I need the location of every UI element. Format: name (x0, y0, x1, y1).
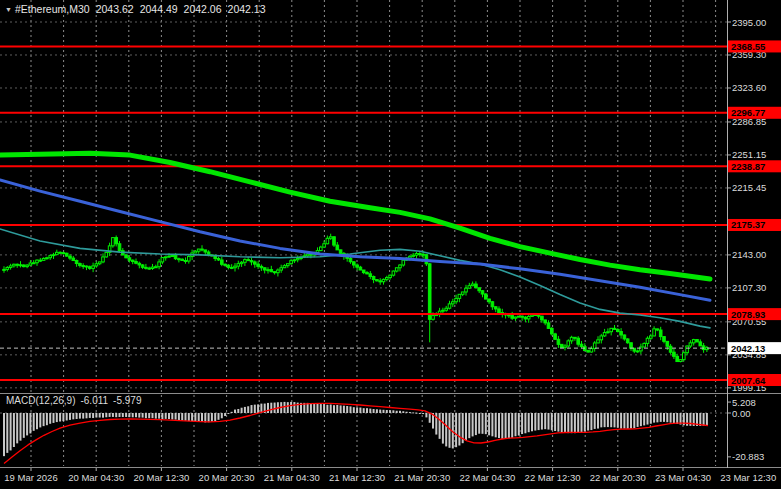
svg-text:2175.37: 2175.37 (731, 219, 765, 230)
price-axis-label: 2395.00 (732, 17, 766, 28)
time-axis-label: 20 Mar 12:30 (133, 472, 189, 483)
price-axis-label: 2143.00 (732, 249, 766, 260)
svg-text:2042.13: 2042.13 (731, 343, 765, 354)
time-axis-label: 21 Mar 04:30 (264, 472, 320, 483)
svg-text:2296.77: 2296.77 (731, 107, 765, 118)
mt4-chart-window: 2395.002359.302323.602286.852251.152215.… (0, 0, 781, 489)
frame (0, 0, 781, 468)
ma-fast-teal (0, 229, 710, 328)
ma-slow-green (0, 153, 710, 279)
time-axis-label: 21 Mar 12:30 (329, 472, 385, 483)
price-axis-label: 2251.15 (732, 149, 766, 160)
price-axis-label: 2215.45 (732, 182, 766, 193)
time-axis-label: 19 Mar 2026 (4, 472, 57, 483)
price-axis[interactable]: 2395.002359.302323.602286.852251.152215.… (727, 17, 766, 463)
macd-histogram (3, 402, 708, 456)
time-axis[interactable]: 19 Mar 202620 Mar 04:3020 Mar 12:3020 Ma… (4, 468, 776, 483)
time-axis-label: 23 Mar 12:30 (720, 472, 776, 483)
moving-averages (0, 153, 710, 328)
svg-text:2368.55: 2368.55 (731, 41, 766, 52)
ma-mid-blue (0, 180, 710, 300)
time-axis-label: 21 Mar 20:30 (394, 472, 450, 483)
macd-scale-label: 5.208 (732, 397, 756, 408)
macd-signal (4, 403, 708, 463)
time-axis-label: 20 Mar 04:30 (68, 472, 124, 483)
time-axis-label: 23 Mar 04:30 (655, 472, 711, 483)
price-chart[interactable]: 2395.002359.302323.602286.852251.152215.… (0, 0, 781, 489)
price-axis-label: 2323.60 (732, 82, 766, 93)
time-axis-label: 22 Mar 20:30 (590, 472, 646, 483)
svg-text:2078.93: 2078.93 (731, 309, 765, 320)
macd-scale-label: 0.00 (732, 408, 751, 419)
time-axis-label: 22 Mar 04:30 (459, 472, 515, 483)
macd-scale-label: -20.883 (732, 451, 764, 462)
grid (0, 0, 727, 466)
time-axis-label: 22 Mar 12:30 (525, 472, 581, 483)
time-axis-label: 20 Mar 20:30 (199, 472, 255, 483)
price-axis-label: 2107.30 (732, 282, 766, 293)
svg-text:2007.64: 2007.64 (731, 375, 766, 386)
svg-text:2238.87: 2238.87 (731, 161, 765, 172)
